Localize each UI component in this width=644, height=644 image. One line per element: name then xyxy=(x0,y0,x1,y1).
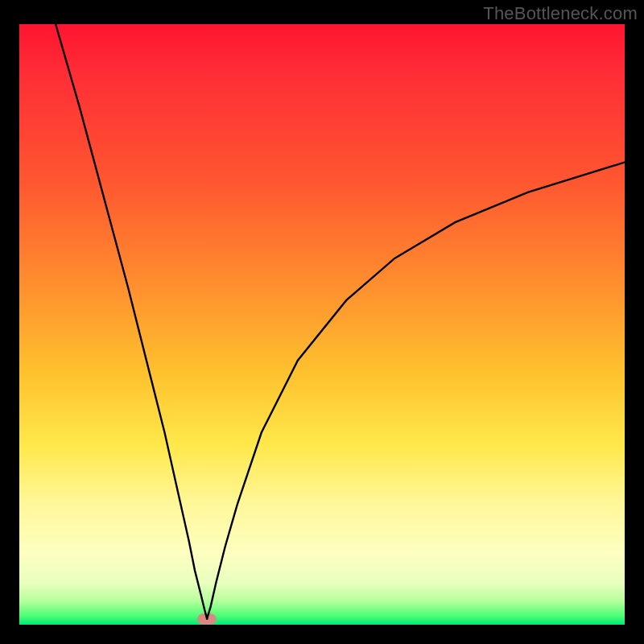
curve-path-left xyxy=(56,24,207,619)
curve-path-right xyxy=(207,163,625,619)
watermark-text: TheBottleneck.com xyxy=(483,3,638,24)
bottleneck-curve xyxy=(19,24,625,625)
chart-area xyxy=(19,24,625,625)
